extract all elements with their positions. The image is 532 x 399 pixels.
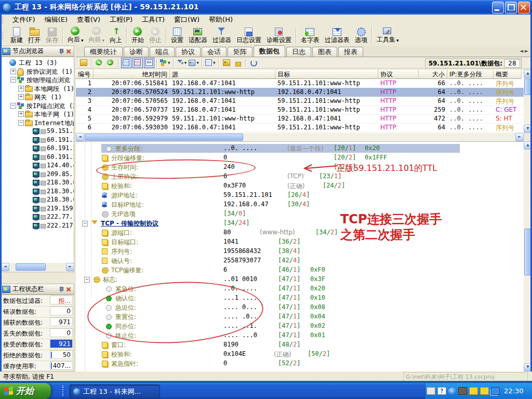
packet-tool-refresh[interactable] [248, 58, 259, 68]
menu-item-6[interactable]: 帮助(H) [204, 14, 237, 25]
tree-item[interactable]: 218.30.6 [1, 187, 74, 196]
expander-icon[interactable]: + [18, 111, 24, 117]
column-header-1[interactable]: 绝对时间 [94, 70, 170, 79]
tab-会话[interactable]: 会话 [202, 47, 227, 57]
packet-tool-lock[interactable] [233, 58, 243, 68]
packet-tool-nav-forward[interactable] [105, 58, 116, 68]
decode-row[interactable]: 更多分段:..0. ....(最后一个段)[20/1]0x20 [76, 144, 524, 153]
toolbar-button-up[interactable]: 向上 [107, 26, 125, 44]
tree-item[interactable]: 工程 13 (3) [1, 58, 74, 67]
start-button[interactable]: 开始 [0, 383, 51, 399]
toolbar-button-diag-settings[interactable]: 诊断设置 [264, 26, 294, 44]
packet-row[interactable]: 420:07:06.570737192.168.0.47:104159.151.… [76, 105, 524, 115]
tree-h-scrollbar[interactable]: ◄ ► [1, 263, 74, 271]
minimize-button[interactable] [492, 2, 504, 14]
decode-row[interactable]: 紧急指针:0[52/2] [76, 359, 524, 368]
help-tray-icon[interactable]: ? [437, 387, 446, 395]
decode-row[interactable]: 无IP选项[34/0] [76, 209, 524, 219]
menu-item-2[interactable]: 查看(V) [72, 14, 105, 25]
decode-row[interactable]: 目标端口:1041[36/2] [76, 237, 524, 247]
taskbar-task-button[interactable]: 工程 13 - 科来网... [70, 384, 160, 398]
toolbar-button-adapter[interactable]: 适配器 [186, 26, 210, 44]
tab-数据包[interactable]: 数据包 [254, 45, 285, 57]
tree-item[interactable]: 222.77.1 [1, 212, 74, 221]
packet-tool-view-hex[interactable]: 6A [144, 58, 154, 68]
toolbar-button-stop[interactable]: 停止 [147, 26, 164, 44]
pin-icon[interactable] [58, 286, 63, 292]
packet-list-h-scrollbar[interactable]: ◄ ► [76, 133, 524, 141]
column-header-2[interactable]: 源 [170, 70, 275, 79]
toolbar-button-name-table[interactable]: 名字表 [298, 26, 322, 44]
column-header-6[interactable]: IP:更多分段 [447, 70, 494, 79]
packet-row[interactable]: 220:07:06.57052459.151.21.101:www-http19… [76, 88, 524, 97]
expander-icon[interactable]: + [18, 94, 24, 100]
toolbar-button-start[interactable]: 开始 [129, 26, 147, 44]
toolbar-button-log-settings[interactable]: 日志设置 [234, 26, 264, 44]
maximize-button[interactable] [505, 2, 517, 14]
packet-row[interactable]: 620:07:06.593030192.168.0.47:104159.151.… [76, 123, 524, 132]
toolbar-button-forward[interactable]: 向前 ▼ [86, 26, 108, 45]
decode-row[interactable]: −TCP - 传输控制协议[34/24] [76, 219, 524, 228]
tree-item[interactable]: −Internet地址 [1, 118, 74, 127]
messenger-tray-icon[interactable] [480, 387, 489, 395]
packet-tool-view-decode[interactable] [132, 58, 143, 68]
column-header-5[interactable]: 大小 [419, 70, 447, 79]
tree-item[interactable]: 218.30.6 [1, 195, 74, 204]
toolbar-button-toolset[interactable]: 工具集 ▼ [374, 26, 402, 45]
tree-item[interactable]: 218.30.6 [1, 178, 74, 187]
toolbar-button-options[interactable]: 选项 [352, 26, 370, 44]
packet-tool-send-to[interactable] [221, 58, 232, 68]
menu-item-4[interactable]: 工具(T) [137, 14, 169, 25]
toolbar-button-back[interactable]: 向后 ▼ [65, 26, 86, 45]
tab-端点[interactable]: 端点 [150, 47, 175, 57]
network-tray-icon[interactable] [491, 387, 500, 395]
tree-item[interactable]: −按物理端点浏览 (2) [1, 75, 74, 84]
decode-row[interactable]: 目标IP地址:192.168.0.47[30/4] [76, 200, 524, 209]
tab-日志[interactable]: 日志 [286, 47, 311, 57]
toolbar-button-filter-table[interactable]: 过滤器表 [322, 26, 352, 44]
pin-icon[interactable] [58, 48, 63, 55]
toolbar-button-open[interactable]: 打开 [25, 26, 43, 44]
packet-tool-colorize[interactable]: ▼ [159, 58, 171, 68]
panel-close-icon[interactable] [65, 286, 72, 292]
tree-item[interactable]: +按协议浏览 (1) [1, 67, 74, 76]
tree-item[interactable]: 59.151.2 [1, 127, 74, 136]
toolbar-button-new[interactable]: 新建 [8, 26, 25, 44]
messenger-tray-icon[interactable] [469, 387, 478, 395]
packet-tool-export[interactable]: ▼ [188, 58, 200, 68]
packet-row[interactable]: 520:07:06.59297959.151.21.101:www-http19… [76, 114, 524, 124]
packet-row[interactable]: 320:07:06.570565192.168.0.47:104159.151.… [76, 97, 524, 106]
tab-概要统计[interactable]: 概要统计 [84, 47, 123, 57]
tree-item[interactable]: 219.159. [1, 204, 74, 213]
packet-row[interactable]: 120:07:06.515841192.168.0.47:104159.151.… [76, 79, 524, 88]
keyboard-tray-icon[interactable] [427, 387, 435, 395]
column-header-0[interactable]: 编号 [76, 70, 94, 79]
expander-icon[interactable]: − [82, 221, 88, 227]
tree-item[interactable]: 60.191.2 [1, 144, 74, 153]
tab-scroll-arrows[interactable]: ◄► [520, 48, 530, 54]
menu-item-5[interactable]: 窗口(W) [169, 14, 204, 25]
panel-close-icon[interactable] [65, 48, 72, 55]
column-header-4[interactable]: 协议 [378, 70, 419, 79]
expander-icon[interactable]: − [84, 277, 90, 283]
decode-row[interactable]: 序列号:1955868432[38/4] [76, 247, 524, 256]
expander-icon[interactable]: + [18, 86, 24, 91]
decode-row[interactable]: 源IP地址:59.151.21.101[26/4] [76, 191, 524, 200]
tree-item[interactable]: 60.191.2 [1, 136, 74, 144]
close-button[interactable] [518, 2, 530, 14]
toolbar-button-settings[interactable]: 设置 [168, 26, 186, 44]
expander-icon[interactable]: − [10, 103, 16, 109]
tray-collapse-icon[interactable]: ‹ [448, 388, 456, 394]
tab-诊断[interactable]: 诊断 [124, 47, 149, 57]
packet-tool-make-filter[interactable]: ▼ [176, 58, 188, 68]
decode-row[interactable]: 确认号:2558793077[42/4] [76, 256, 524, 265]
tab-协议[interactable]: 协议 [176, 47, 201, 57]
expander-icon[interactable]: + [10, 69, 16, 74]
packet-tool-view-list[interactable] [121, 58, 131, 68]
tab-图表[interactable]: 图表 [312, 47, 337, 57]
toolbar-button-filter[interactable]: 过滤器 [210, 26, 234, 44]
decode-row[interactable]: 校验和:0x104E(正确)[50/2] [76, 350, 524, 359]
decode-row[interactable]: 源端口:80(www-http)[34/2] [76, 228, 524, 237]
tree-item[interactable]: +本地子网 (1) [1, 110, 74, 118]
column-header-3[interactable]: 目标 [275, 70, 378, 79]
